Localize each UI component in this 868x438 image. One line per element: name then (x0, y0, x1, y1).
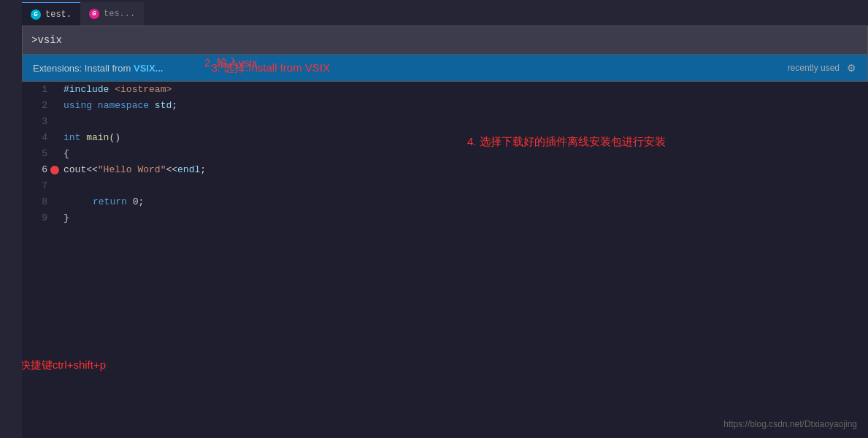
tab-test2[interactable]: G tes... (80, 2, 144, 26)
main-fn: main (86, 130, 109, 146)
line-num-5: 5 (22, 146, 47, 162)
gear-icon[interactable]: ⚙ (845, 62, 857, 74)
tab-icon-2: G (89, 9, 99, 19)
code-line-8: return 0; (64, 194, 868, 210)
using-keyword: using (64, 98, 92, 114)
line-num-4: 4 (22, 130, 47, 146)
tab-label-1: test. (45, 9, 72, 20)
command-palette: >vsix 2. 输入vsix Extensions: Install from… (22, 26, 868, 82)
recently-used-label: recently used (788, 63, 840, 73)
line-numbers: 1 2 3 4 5 6 7 8 9 (22, 80, 55, 438)
command-item-left: Extensions: Install from VSIX... 3. 选择:I… (33, 61, 330, 75)
command-item-vsix[interactable]: Extensions: Install from VSIX... 3. 选择:I… (23, 55, 867, 81)
code-line-4: int main () (64, 130, 868, 146)
code-line-3 (64, 114, 868, 130)
annotation-step1: 1. 快捷键ctrl+shift+p (7, 358, 106, 372)
line-num-2: 2 (22, 98, 47, 114)
command-dropdown: Extensions: Install from VSIX... 3. 选择:I… (22, 55, 868, 82)
return-keyword: return (93, 194, 127, 210)
namespace-keyword: namespace (98, 98, 149, 114)
cout-word: cout<< (64, 162, 98, 178)
line-num-3: 3 (22, 114, 47, 130)
int-keyword: int (64, 130, 80, 146)
annotation-step3: 3. 选择:Install from VSIX (211, 61, 330, 75)
tab-label-2: tes... (104, 9, 135, 19)
label-highlight: VSIX... (134, 63, 163, 74)
code-line-6: cout<<"Hello Word"<<endl; (64, 162, 868, 178)
line-num-6: 6 (22, 162, 47, 178)
code-content: #include <iostream> using namespace std … (55, 80, 868, 438)
tab-bar: G test. G tes... (22, 0, 868, 26)
line-num-9: 9 (22, 210, 47, 226)
include-arg: <iostream> (115, 82, 172, 98)
command-input-text: >vsix (31, 34, 859, 46)
line-num-8: 8 (22, 194, 47, 210)
label-prefix: Extensions: Install from (33, 63, 134, 74)
code-line-9: } (64, 210, 868, 226)
line-num-7: 7 (22, 178, 47, 194)
std-name: std (155, 98, 172, 114)
command-item-label: Extensions: Install from VSIX... (33, 63, 163, 74)
tab-test1[interactable]: G test. (22, 2, 80, 26)
code-line-5: { (64, 146, 868, 162)
line-num-1: 1 (22, 82, 47, 98)
activity-bar (0, 0, 22, 438)
code-line-1: #include <iostream> (64, 82, 868, 98)
command-input-wrapper[interactable]: >vsix 2. 输入vsix (22, 26, 868, 55)
code-line-7 (64, 178, 868, 194)
command-item-right: recently used ⚙ (788, 62, 857, 74)
command-prefix: >vsix (31, 34, 62, 46)
watermark: https://blog.csdn.net/Dtxiaoyaojing (723, 419, 857, 429)
tab-icon-1: G (31, 9, 41, 20)
annotation-step4: 4. 选择下载好的插件离线安装包进行安装 (467, 135, 666, 149)
code-line-2: using namespace std ; (64, 98, 868, 114)
include-keyword: #include (64, 82, 109, 98)
